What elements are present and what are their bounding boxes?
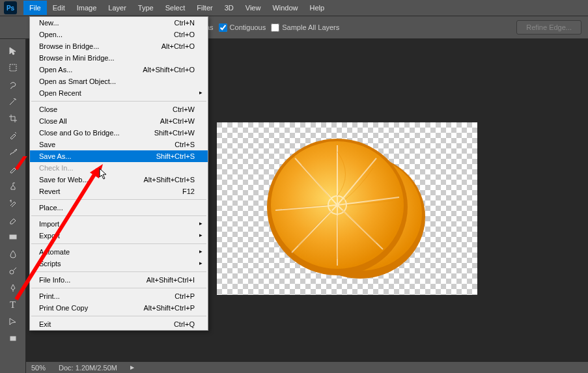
app-logo: Ps — [4, 1, 17, 14]
path-tool[interactable] — [3, 314, 23, 329]
menu-select[interactable]: Select — [160, 1, 191, 15]
sample-all-checkbox[interactable]: Sample All Layers — [271, 23, 339, 32]
file-menu-dropdown: New...Ctrl+NOpen...Ctrl+OBrowse in Bridg… — [29, 16, 208, 331]
menu-item-automate[interactable]: Automate — [30, 246, 208, 258]
type-tool[interactable]: T — [3, 297, 23, 312]
menu-separator — [31, 199, 206, 200]
menu-separator — [31, 288, 206, 288]
menu-help[interactable]: Help — [304, 1, 331, 15]
menu-item-scripts[interactable]: Scripts — [30, 258, 208, 269]
menu-item-print[interactable]: Print...Ctrl+P — [30, 290, 208, 302]
brush-tool[interactable] — [3, 161, 23, 177]
menu-item-browse-in-mini-bridge[interactable]: Browse in Mini Bridge... — [30, 52, 208, 64]
contiguous-checkbox[interactable]: Contiguous — [219, 23, 266, 32]
healing-brush-tool[interactable] — [3, 145, 23, 160]
magic-wand-tool[interactable] — [3, 94, 23, 109]
menu-item-close[interactable]: CloseCtrl+W — [30, 104, 208, 115]
refine-edge-button[interactable]: Refine Edge... — [516, 20, 581, 35]
menu-item-close-all[interactable]: Close AllAlt+Ctrl+W — [30, 115, 208, 127]
move-tool[interactable] — [3, 43, 23, 59]
menu-item-new[interactable]: New...Ctrl+N — [30, 17, 208, 29]
clone-stamp-tool[interactable] — [3, 178, 23, 194]
menu-item-open-recent[interactable]: Open Recent — [30, 87, 208, 99]
eyedropper-tool[interactable] — [3, 128, 23, 143]
menu-item-import[interactable]: Import — [30, 218, 208, 230]
orange-image — [259, 132, 432, 285]
lasso-tool[interactable] — [3, 77, 23, 92]
menu-separator — [31, 215, 206, 216]
menu-separator — [31, 316, 206, 316]
menu-separator — [31, 243, 206, 244]
menu-item-save[interactable]: SaveCtrl+S — [30, 139, 208, 150]
menu-layer[interactable]: Layer — [102, 1, 132, 15]
menu-filter[interactable]: Filter — [191, 1, 218, 15]
menu-item-browse-in-bridge[interactable]: Browse in Bridge...Alt+Ctrl+O — [30, 40, 208, 52]
zoom-level[interactable]: 50% — [31, 364, 46, 372]
gradient-tool[interactable] — [3, 229, 23, 245]
menu-item-place[interactable]: Place... — [30, 202, 208, 214]
status-bar: 50% Doc: 1.20M/2.50M ▶ — [26, 361, 588, 373]
eraser-tool[interactable] — [3, 212, 23, 228]
document-canvas[interactable] — [217, 122, 477, 295]
menu-type[interactable]: Type — [132, 1, 160, 15]
menu-item-save-for-web[interactable]: Save for Web...Alt+Shift+Ctrl+S — [30, 174, 208, 186]
doc-size-info[interactable]: Doc: 1.20M/2.50M — [59, 364, 117, 372]
menu-image[interactable]: Image — [71, 1, 103, 15]
menu-item-print-one-copy[interactable]: Print One CopyAlt+Shift+Ctrl+P — [30, 302, 208, 314]
menu-item-open-as-smart-object[interactable]: Open as Smart Object... — [30, 76, 208, 87]
history-brush-tool[interactable] — [3, 195, 23, 211]
pen-tool[interactable] — [3, 280, 23, 296]
svg-rect-1 — [10, 235, 16, 239]
status-arrow-icon[interactable]: ▶ — [130, 365, 134, 370]
menu-separator — [31, 101, 206, 102]
tools-panel: T — [0, 39, 26, 373]
menu-item-open-as[interactable]: Open As...Alt+Shift+Ctrl+O — [30, 64, 208, 76]
menu-item-exit[interactable]: ExitCtrl+Q — [30, 318, 208, 330]
menu-bar: Ps FileEditImageLayerTypeSelectFilter3DV… — [0, 0, 588, 16]
rectangle-tool[interactable] — [3, 331, 23, 346]
menu-window[interactable]: Window — [266, 1, 303, 15]
menu-item-open[interactable]: Open...Ctrl+O — [30, 29, 208, 40]
menu-separator — [31, 271, 206, 272]
menu-item-file-info[interactable]: File Info...Alt+Shift+Ctrl+I — [30, 274, 208, 286]
menu-view[interactable]: View — [240, 1, 267, 15]
menu-item-check-in: Check In... — [30, 162, 208, 174]
blur-tool[interactable] — [3, 246, 23, 262]
crop-tool[interactable] — [3, 111, 23, 126]
svg-point-2 — [10, 270, 14, 274]
menu-file[interactable]: File — [23, 1, 47, 15]
menu-item-export[interactable]: Export — [30, 230, 208, 242]
menu-item-save-as[interactable]: Save As...Shift+Ctrl+S — [30, 150, 208, 162]
menu-item-revert[interactable]: RevertF12 — [30, 186, 208, 197]
menu-edit[interactable]: Edit — [47, 1, 71, 15]
marquee-tool[interactable] — [3, 60, 23, 76]
dodge-tool[interactable] — [3, 263, 23, 279]
svg-rect-0 — [10, 64, 16, 71]
menu-3d[interactable]: 3D — [219, 1, 240, 15]
svg-rect-3 — [10, 337, 16, 340]
menu-item-close-and-go-to-bridge[interactable]: Close and Go to Bridge...Shift+Ctrl+W — [30, 127, 208, 139]
